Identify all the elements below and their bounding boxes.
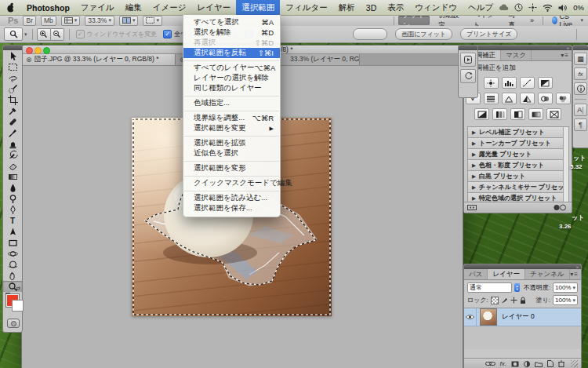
menu-window[interactable]: ウィンドウ (409, 0, 463, 15)
mini-dock-header[interactable] (459, 46, 477, 50)
menu-item-inverse[interactable]: 選択範囲を反転⇧⌘I (183, 48, 280, 58)
volume-icon[interactable] (558, 4, 568, 12)
menu-layer[interactable]: レイヤー (192, 0, 237, 15)
switch-panel-view-icon[interactable] (467, 204, 477, 211)
lasso-tool[interactable] (3, 72, 22, 83)
tab-paths[interactable]: パス (464, 269, 488, 279)
default-colors-icon[interactable] (5, 287, 12, 293)
levels-icon[interactable] (502, 77, 517, 89)
fit-screen-button[interactable]: 画面にフィット (395, 28, 452, 40)
right-dock-header[interactable] (573, 46, 588, 50)
menu-item-deselect[interactable]: 選択を解除⌘D (183, 27, 280, 38)
curves-icon[interactable] (520, 77, 535, 89)
preset-hue-saturation[interactable]: ▶色相・彩度 プリセット (468, 159, 568, 170)
actual-pixels-button[interactable] (353, 28, 387, 40)
channel-mixer-icon[interactable] (556, 93, 571, 104)
layer-style-icon[interactable]: fx. (500, 360, 506, 367)
presets-scrollbar[interactable] (563, 127, 568, 203)
swatches-panel-icon[interactable]: ▦ (574, 53, 587, 65)
color-balance-icon[interactable] (502, 93, 517, 104)
brush-tool[interactable] (3, 127, 22, 138)
menu-help[interactable]: ヘルプ (463, 0, 499, 15)
layer-visibility-toggle[interactable] (464, 308, 477, 326)
posterize-icon[interactable] (492, 108, 507, 120)
preset-levels[interactable]: ▶レベル補正 プリセット (468, 127, 568, 137)
disclosure-triangle-icon[interactable]: ▶ (472, 195, 476, 202)
3d-rotate-tool[interactable] (3, 248, 22, 259)
panel-menu-icon[interactable]: ▾≡ (570, 269, 581, 279)
launch-mini-bridge-button[interactable]: Mb (41, 16, 56, 26)
lock-all-icon[interactable] (520, 297, 526, 304)
time-machine-icon[interactable] (514, 3, 523, 12)
hue-saturation-icon[interactable] (484, 93, 499, 104)
tab-masks[interactable]: マスク (501, 50, 532, 60)
fill-field[interactable]: 100%▾ (553, 295, 578, 305)
minimize-window-button[interactable] (34, 47, 42, 54)
tab-layers[interactable]: レイヤー (488, 269, 525, 279)
history-brush-tool[interactable] (3, 149, 22, 160)
menu-item-modify[interactable]: 選択範囲を変更▶ (183, 123, 280, 133)
layer-thumbnail[interactable] (480, 308, 497, 326)
menu-file[interactable]: ファイル (75, 0, 120, 15)
opacity-field[interactable]: 100%▾ (553, 282, 578, 293)
lock-transparency-icon[interactable] (491, 297, 499, 304)
preset-exposure[interactable]: ▶露光量 プリセット (468, 148, 568, 159)
dodge-tool[interactable] (3, 193, 22, 204)
preset-channel-mixer[interactable]: ▶チャンネルミキサー プリセット (468, 181, 568, 192)
info-panel-icon[interactable] (574, 82, 587, 95)
selective-color-icon[interactable] (546, 108, 561, 120)
path-selection-tool[interactable] (3, 226, 22, 237)
menu-item-load-selection[interactable]: 選択範囲を読み込む... (183, 193, 280, 203)
character-panel-icon[interactable]: A| (574, 104, 587, 116)
menu-item-color-range[interactable]: 色域指定... (183, 98, 280, 108)
black-white-icon[interactable] (520, 93, 535, 104)
menu-analysis[interactable]: 解析 (333, 0, 361, 15)
gradient-map-icon[interactable] (528, 108, 543, 120)
clip-to-layer-icon[interactable] (553, 204, 568, 211)
desktop-file-label[interactable]: 3.26 (559, 223, 572, 230)
disclosure-triangle-icon[interactable]: ▶ (472, 151, 476, 158)
apple-menu[interactable] (0, 0, 21, 15)
panel-resize-grip[interactable] (571, 360, 578, 367)
desktop-file-label[interactable]: 5.32 (570, 163, 583, 170)
menu-item-deselect-layers[interactable]: レイヤーの選択を解除 (183, 73, 280, 83)
close-window-button[interactable] (26, 47, 33, 54)
blend-mode-stepper[interactable]: ▲▼ (514, 283, 520, 292)
marquee-tool[interactable] (3, 61, 22, 72)
caret-icon[interactable]: ▾ (24, 31, 27, 38)
zoom-out-button[interactable] (51, 28, 64, 41)
clone-stamp-tool[interactable] (3, 138, 22, 149)
workspace-paint[interactable]: ペイント (468, 16, 499, 25)
arrange-documents-button[interactable]: ▾ (119, 16, 139, 26)
menu-item-save-selection[interactable]: 選択範囲を保存... (183, 203, 280, 213)
add-mask-icon[interactable] (511, 361, 519, 367)
workspace-essentials[interactable]: 初期設定 (434, 16, 464, 25)
wifi-icon[interactable] (543, 4, 553, 12)
tab-channels[interactable]: チャンネル (525, 269, 570, 279)
move-tool[interactable] (3, 50, 22, 61)
eraser-tool[interactable] (3, 160, 22, 171)
crop-tool[interactable] (3, 94, 22, 105)
eyedropper-tool[interactable] (3, 105, 22, 116)
disclosure-triangle-icon[interactable]: ▶ (472, 184, 476, 191)
pen-tool[interactable] (3, 204, 22, 215)
background-color-swatch[interactable] (12, 300, 24, 312)
creative-cloud-icon[interactable] (499, 4, 509, 11)
layer-name[interactable]: レイヤー 0 (502, 312, 535, 322)
gradient-tool[interactable] (3, 171, 22, 182)
lock-move-icon[interactable] (510, 297, 517, 304)
menu-item-transform-selection[interactable]: 選択範囲を変形 (183, 163, 280, 173)
paragraph-panel-icon[interactable]: ¶ (574, 118, 587, 131)
exposure-icon[interactable] (538, 77, 553, 89)
menu-item-similar[interactable]: 近似色を選択 (183, 148, 280, 158)
desktop-file-label[interactable]: ット (573, 154, 586, 162)
keyboard-brightness-icon[interactable] (528, 3, 537, 12)
menu-edit[interactable]: 編集 (120, 0, 147, 15)
workspace-design[interactable]: デザイン (398, 16, 430, 25)
desktop-file-label[interactable]: ット (572, 213, 584, 222)
menu-item-all-layers[interactable]: すべてのレイヤー⌥⌘A (183, 63, 280, 73)
view-extras-button[interactable]: ▾ (61, 16, 81, 26)
quick-mask-button[interactable] (7, 319, 20, 328)
shape-tool[interactable] (3, 237, 22, 248)
disclosure-triangle-icon[interactable]: ▶ (472, 129, 476, 136)
